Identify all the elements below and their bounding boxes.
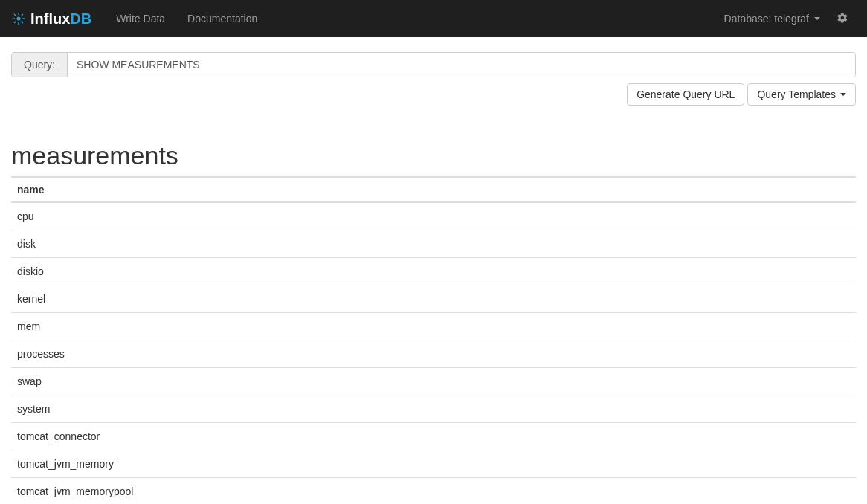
query-bar: Query:: [11, 52, 856, 77]
table-cell: cpu: [11, 202, 856, 230]
table-cell: tomcat_jvm_memorypool: [11, 478, 856, 505]
table-row: diskio: [11, 258, 856, 285]
brand-text-db: DB: [70, 10, 91, 27]
results-table: name cpudiskdiskiokernelmemprocessesswap…: [11, 176, 856, 504]
table-row: cpu: [11, 202, 856, 230]
svg-point-0: [17, 17, 21, 21]
influxdb-logo-icon: [11, 11, 26, 26]
caret-down-icon: [814, 17, 820, 20]
table-cell: system: [11, 395, 856, 423]
table-row: mem: [11, 313, 856, 340]
table-cell: kernel: [11, 285, 856, 313]
table-row: kernel: [11, 285, 856, 313]
query-templates-button[interactable]: Query Templates: [747, 83, 856, 106]
navbar: InfluxDB Write Data Documentation Databa…: [0, 0, 867, 37]
table-cell: diskio: [11, 258, 856, 285]
table-row: processes: [11, 340, 856, 368]
query-templates-label: Query Templates: [757, 88, 836, 100]
table-cell: swap: [11, 368, 856, 395]
results-heading: measurements: [11, 141, 856, 170]
brand-text: InfluxDB: [30, 10, 91, 28]
svg-line-5: [14, 14, 16, 16]
svg-line-8: [22, 14, 23, 16]
main-container: Query: Generate Query URL Query Template…: [0, 37, 867, 504]
table-cell: tomcat_connector: [11, 423, 856, 450]
database-selector[interactable]: Database: telegraf: [715, 1, 829, 36]
table-row: disk: [11, 230, 856, 258]
query-label: Query:: [12, 53, 68, 77]
table-row: tomcat_jvm_memory: [11, 450, 856, 478]
settings-button[interactable]: [829, 1, 856, 37]
table-cell: mem: [11, 313, 856, 340]
brand-text-influx: Influx: [30, 10, 70, 27]
table-row: swap: [11, 368, 856, 395]
table-row: tomcat_connector: [11, 423, 856, 450]
nav-documentation[interactable]: Documentation: [176, 1, 268, 36]
svg-line-6: [22, 22, 23, 23]
svg-line-7: [14, 22, 16, 23]
table-cell: tomcat_jvm_memory: [11, 450, 856, 478]
nav-write-data[interactable]: Write Data: [105, 1, 176, 36]
database-selector-label: Database: telegraf: [724, 13, 809, 25]
table-row: system: [11, 395, 856, 423]
query-button-row: Generate Query URL Query Templates: [11, 83, 856, 106]
gear-icon: [837, 14, 848, 26]
table-row: tomcat_jvm_memorypool: [11, 478, 856, 505]
navbar-right: Database: telegraf: [715, 1, 856, 37]
caret-down-icon: [840, 93, 846, 96]
table-cell: disk: [11, 230, 856, 258]
column-header-name: name: [11, 177, 856, 202]
query-input[interactable]: [68, 53, 855, 77]
brand-link[interactable]: InfluxDB: [11, 10, 91, 28]
table-cell: processes: [11, 340, 856, 368]
generate-query-url-button[interactable]: Generate Query URL: [627, 83, 744, 106]
